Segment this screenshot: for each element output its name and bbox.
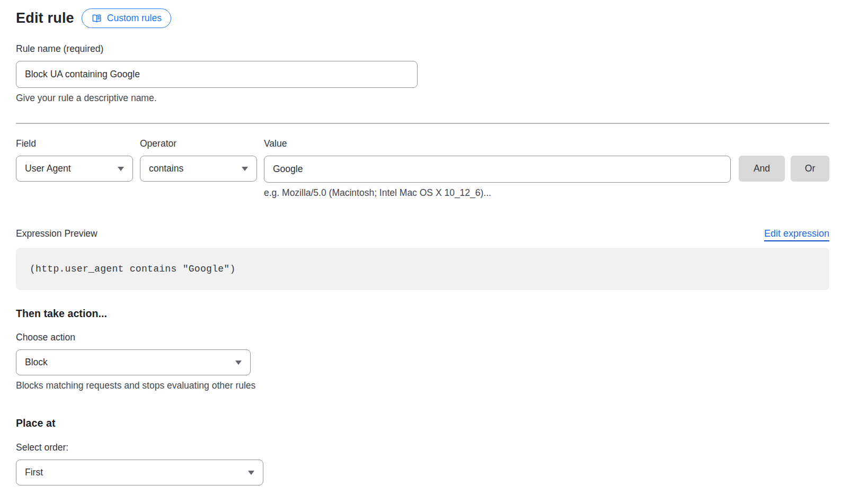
expression-code: (http.user_agent contains "Google") [16, 248, 829, 290]
expression-preview-label: Expression Preview [16, 228, 98, 239]
operator-label: Operator [140, 138, 257, 149]
chevron-down-icon [235, 361, 242, 365]
placement-label: Select order: [16, 442, 829, 453]
connector-buttons: And Or [739, 156, 829, 182]
operator-column: Operator contains [140, 138, 257, 182]
custom-rules-button[interactable]: Custom rules [82, 8, 171, 28]
expression-builder-row: Field User Agent Operator contains Value… [16, 138, 829, 199]
custom-rules-button-label: Custom rules [107, 14, 162, 23]
rule-name-help: Give your rule a descriptive name. [16, 93, 829, 104]
action-label: Choose action [16, 331, 829, 343]
action-help: Blocks matching requests and stops evalu… [16, 380, 829, 391]
action-heading: Then take action... [16, 308, 829, 320]
placement-section: Place at Select order: First [16, 417, 829, 485]
operator-select-value: contains [149, 163, 183, 174]
open-book-icon [91, 13, 102, 24]
edit-rule-page: Edit rule Custom rules Rule name (requir… [0, 0, 841, 504]
action-section: Then take action... Choose action Block … [16, 308, 829, 391]
field-select[interactable]: User Agent [16, 156, 133, 182]
order-select-value: First [25, 467, 43, 478]
field-select-value: User Agent [25, 163, 71, 174]
rule-name-label: Rule name (required) [16, 43, 829, 55]
expression-preview-header: Expression Preview Edit expression [16, 228, 829, 241]
action-select[interactable]: Block [16, 349, 251, 375]
order-select[interactable]: First [16, 460, 263, 485]
value-label: Value [264, 138, 731, 149]
action-select-value: Block [25, 357, 48, 368]
placement-heading: Place at [16, 417, 829, 429]
chevron-down-icon [118, 167, 124, 171]
operator-select[interactable]: contains [140, 156, 257, 182]
chevron-down-icon [242, 167, 248, 171]
value-column: Value e.g. Mozilla/5.0 (Macintosh; Intel… [264, 138, 731, 199]
chevron-down-icon [248, 471, 254, 475]
field-column: Field User Agent [16, 138, 133, 182]
value-input[interactable] [264, 156, 731, 183]
page-header: Edit rule Custom rules [16, 8, 829, 28]
section-divider [16, 123, 829, 124]
page-title: Edit rule [16, 10, 74, 26]
and-button[interactable]: And [739, 156, 785, 182]
rule-name-section: Rule name (required) Give your rule a de… [16, 43, 829, 104]
or-button[interactable]: Or [791, 156, 829, 182]
edit-expression-link[interactable]: Edit expression [764, 228, 829, 241]
rule-name-input[interactable] [16, 61, 418, 88]
value-help: e.g. Mozilla/5.0 (Macintosh; Intel Mac O… [264, 187, 731, 199]
field-label: Field [16, 138, 133, 149]
